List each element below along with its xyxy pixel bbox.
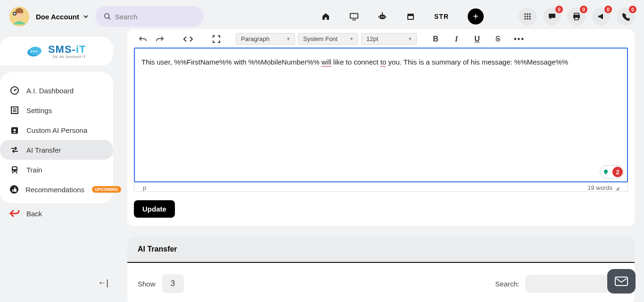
sidebar-item-ai-dashboard[interactable]: A.I. Dashboard — [0, 81, 113, 100]
back-arrow-icon — [9, 209, 20, 218]
svg-point-19 — [524, 16, 526, 17]
sidebar-item-custom-ai-persona[interactable]: Custom AI Persona — [0, 120, 113, 140]
svg-point-32 — [36, 50, 37, 52]
persona-icon — [9, 125, 20, 135]
ai-transfer-card: AI Transfer Show 3 Search: — [127, 237, 635, 302]
fullscreen-button[interactable] — [211, 34, 222, 44]
app-header: Doe Account STR + 0 0 0 0 — [0, 0, 644, 33]
svg-point-20 — [527, 16, 528, 17]
sidebar-item-settings[interactable]: Settings — [0, 100, 113, 120]
svg-point-30 — [31, 50, 33, 52]
home-icon[interactable] — [321, 12, 330, 21]
sidebar-item-recommendations[interactable]: Recommendations UPCOMING — [0, 180, 113, 199]
svg-point-24 — [529, 18, 531, 20]
sidebar-item-ai-transfer[interactable]: AI Transfer — [0, 140, 113, 160]
sidebar-back[interactable]: Back — [0, 203, 118, 224]
redo-button[interactable] — [155, 34, 165, 44]
announce-icon[interactable]: 0 — [592, 8, 610, 25]
block-style-select[interactable]: Paragraph▾ — [236, 33, 295, 45]
svg-line-45 — [12, 172, 13, 173]
upcoming-badge: UPCOMING — [92, 186, 121, 193]
editor-textarea[interactable]: This user, %%FirstName%% with %%MobileNu… — [134, 48, 628, 182]
sidebar-item-train[interactable]: Train — [0, 160, 113, 180]
svg-rect-8 — [380, 15, 385, 19]
svg-point-31 — [33, 50, 35, 52]
font-family-select[interactable]: System Font▾ — [298, 33, 358, 45]
chevron-down-icon: ▾ — [287, 36, 290, 42]
logo-subtitle: SE-Mi Sentient iT — [48, 55, 86, 59]
logo[interactable]: SMS-iT SE-Mi Sentient iT — [0, 37, 113, 65]
svg-point-9 — [381, 16, 382, 17]
svg-rect-27 — [575, 17, 578, 20]
chat-icon[interactable]: 0 — [543, 8, 561, 25]
sidebar-nav: A.I. Dashboard Settings Custom AI Person… — [0, 72, 113, 203]
main-content: Paragraph▾ System Font▾ 12pt▾ B I U S ••… — [127, 29, 635, 302]
editor-status-bar: p 19 words◢ — [134, 182, 628, 192]
issue-badge: 2 — [612, 167, 623, 177]
strikethrough-button[interactable]: S — [493, 35, 503, 43]
search-icon — [104, 12, 111, 21]
svg-rect-6 — [350, 14, 358, 18]
print-icon[interactable]: 0 — [568, 8, 586, 25]
account-dropdown[interactable]: Doe Account — [36, 13, 89, 21]
dashboard-icon — [9, 85, 20, 96]
bold-button[interactable]: B — [431, 35, 440, 43]
desktop-icon[interactable] — [349, 12, 359, 21]
sidebar-item-label: Settings — [26, 106, 52, 114]
undo-button[interactable] — [138, 34, 148, 44]
sidebar-item-label: Custom AI Persona — [26, 126, 87, 134]
logo-secondary: iT — [76, 43, 86, 55]
grammar-status[interactable]: 2 — [600, 165, 624, 179]
svg-rect-25 — [574, 13, 579, 15]
svg-rect-49 — [605, 173, 607, 174]
add-button[interactable]: + — [468, 8, 484, 24]
svg-point-44 — [16, 171, 17, 171]
svg-line-46 — [16, 172, 17, 173]
underline-button[interactable]: U — [472, 35, 482, 43]
help-button[interactable] — [607, 269, 636, 294]
phone-icon[interactable]: 0 — [617, 8, 635, 25]
word-count: 19 words — [587, 184, 612, 191]
editor-content[interactable]: This user, %%FirstName%% with %%MobileNu… — [135, 49, 627, 76]
block-style-value: Paragraph — [241, 35, 270, 42]
svg-point-21 — [529, 16, 531, 17]
svg-point-3 — [14, 13, 16, 15]
mail-icon — [614, 276, 628, 287]
str-label[interactable]: STR — [434, 13, 449, 20]
svg-point-4 — [105, 14, 109, 18]
shop-icon[interactable] — [406, 12, 415, 21]
font-size-select[interactable]: 12pt▾ — [361, 33, 417, 45]
svg-point-18 — [529, 13, 531, 15]
more-button[interactable]: ••• — [514, 35, 525, 43]
phone-badge: 0 — [629, 6, 636, 13]
card-title: AI Transfer — [127, 237, 635, 263]
sidebar-item-label: Train — [26, 166, 42, 174]
print-badge: 0 — [580, 6, 587, 13]
italic-button[interactable]: I — [452, 35, 461, 43]
robot-icon[interactable] — [378, 12, 387, 21]
apps-icon[interactable] — [519, 8, 537, 25]
chat-badge: 0 — [555, 6, 563, 13]
editor-path[interactable]: p — [143, 184, 146, 191]
search-box[interactable] — [95, 6, 204, 27]
announce-badge: 0 — [604, 6, 612, 13]
thumbs-up-icon — [9, 184, 19, 195]
svg-rect-50 — [615, 277, 627, 286]
svg-point-16 — [524, 13, 526, 15]
search-input[interactable] — [115, 13, 195, 21]
train-icon — [9, 164, 20, 175]
chevron-down-icon — [83, 14, 89, 19]
avatar[interactable] — [9, 7, 29, 26]
svg-line-5 — [108, 18, 110, 20]
resize-handle[interactable]: ◢ — [615, 185, 619, 191]
sidebar: SMS-iT SE-Mi Sentient iT A.I. Dashboard … — [0, 33, 118, 302]
update-button[interactable]: Update — [134, 200, 175, 218]
svg-rect-42 — [13, 167, 17, 169]
spell-error: will — [322, 58, 331, 67]
code-button[interactable] — [183, 34, 193, 44]
show-count-select[interactable]: 3 — [162, 274, 184, 293]
back-label: Back — [26, 210, 42, 218]
editor-card: Paragraph▾ System Font▾ 12pt▾ B I U S ••… — [127, 29, 635, 226]
svg-point-10 — [383, 16, 384, 17]
sidebar-collapse-button[interactable]: ←| — [98, 278, 108, 288]
